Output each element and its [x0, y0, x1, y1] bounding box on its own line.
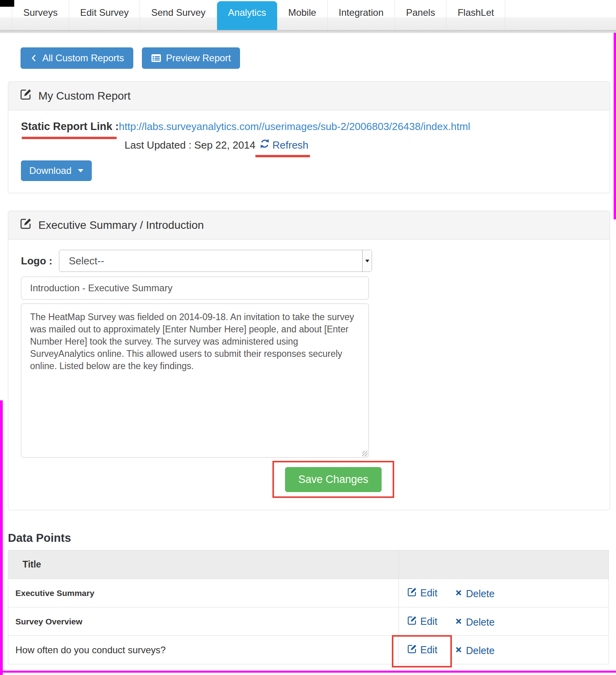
tab-flashlet[interactable]: FlashLet — [446, 0, 505, 30]
edit-label: Edit — [420, 587, 437, 599]
edit-pencil-icon — [19, 88, 32, 104]
chevron-left-icon — [30, 53, 38, 63]
edit-label: Edit — [420, 616, 437, 627]
row-title: Executive Summary — [15, 588, 94, 598]
all-custom-reports-label: All Custom Reports — [42, 53, 124, 64]
magenta-border-left — [0, 400, 3, 675]
executive-summary-panel: Executive Summary / Introduction Logo : … — [8, 211, 610, 510]
executive-summary-header: Executive Summary / Introduction — [8, 211, 610, 239]
table-header-row: Title — [8, 551, 609, 579]
delete-label: Delete — [466, 588, 495, 600]
preview-report-label: Preview Report — [166, 53, 231, 64]
my-custom-report-body: Static Report Link :http://labs.surveyan… — [8, 110, 610, 193]
table-row: How often do you conduct surveys? Edit D… — [8, 636, 609, 664]
delete-link[interactable]: Delete — [454, 588, 495, 600]
data-points-heading: Data Points — [8, 532, 610, 545]
refresh-label: Refresh — [272, 139, 308, 151]
data-points-table: Title Executive Summary Edit Delete — [8, 550, 609, 664]
tab-surveys[interactable]: Surveys — [12, 0, 69, 30]
tab-integration[interactable]: Integration — [328, 0, 395, 30]
caret-down-icon — [78, 169, 83, 172]
title-column-header: Title — [8, 551, 399, 579]
edit-pencil-icon — [407, 615, 417, 628]
page-root: Surveys Edit Survey Send Survey Analytic… — [0, 0, 616, 675]
delete-label: Delete — [466, 617, 495, 628]
magenta-border-right — [614, 33, 616, 219]
nav-tabs: Surveys Edit Survey Send Survey Analytic… — [12, 0, 616, 30]
edit-label: Edit — [420, 644, 437, 656]
row-title: How often do you conduct surveys? — [15, 645, 166, 655]
intro-title-input[interactable] — [21, 277, 369, 300]
edit-link[interactable]: Edit — [407, 615, 437, 628]
table-row: Executive Summary Edit Delete — [8, 579, 609, 607]
delete-x-icon — [454, 617, 463, 628]
my-custom-report-panel: My Custom Report Static Report Link :htt… — [8, 81, 610, 193]
screenshot-corner-artifact — [0, 0, 14, 7]
delete-link[interactable]: Delete — [454, 617, 495, 628]
table-row: Survey Overview Edit Delete — [8, 607, 609, 636]
top-navbar: Surveys Edit Survey Send Survey Analytic… — [0, 0, 616, 30]
last-updated-line: Last Updated : Sep 22, 2014 Refresh — [125, 138, 597, 152]
logo-label: Logo : — [21, 255, 59, 267]
download-button[interactable]: Download — [21, 160, 92, 181]
logo-select[interactable]: Select-- — [59, 250, 372, 272]
download-label: Download — [29, 165, 72, 176]
refresh-link[interactable]: Refresh — [259, 138, 308, 152]
delete-link[interactable]: Delete — [454, 645, 495, 656]
delete-x-icon — [454, 588, 463, 600]
preview-report-button[interactable]: Preview Report — [142, 47, 240, 69]
tab-panels[interactable]: Panels — [395, 0, 446, 30]
all-custom-reports-button[interactable]: All Custom Reports — [21, 47, 133, 69]
select-dropdown-arrow-icon[interactable] — [362, 250, 372, 272]
navbar-shadow — [0, 30, 616, 33]
toolbar: All Custom Reports Preview Report — [21, 47, 610, 69]
executive-summary-body: Logo : Select-- The HeatMap Survey was f… — [8, 239, 610, 510]
actions-column-header — [399, 551, 609, 579]
my-custom-report-title: My Custom Report — [38, 90, 130, 102]
last-updated-text: Last Updated : Sep 22, 2014 — [125, 139, 255, 151]
delete-x-icon — [454, 645, 463, 656]
save-changes-button[interactable]: Save Changes — [285, 467, 381, 492]
list-alt-icon — [151, 53, 161, 63]
static-report-link-label: Static Report Link : — [21, 121, 119, 133]
tab-edit-survey[interactable]: Edit Survey — [69, 0, 140, 30]
tab-send-survey[interactable]: Send Survey — [140, 0, 217, 30]
row-title: Survey Overview — [15, 617, 82, 626]
static-report-link-url[interactable]: http://labs.surveyanalytics.com//userima… — [119, 121, 471, 132]
edit-link[interactable]: Edit — [407, 644, 437, 656]
edit-pencil-icon — [407, 644, 417, 656]
tab-mobile[interactable]: Mobile — [277, 0, 328, 30]
edit-pencil-icon — [407, 587, 417, 600]
save-changes-annotation-box: Save Changes — [272, 461, 394, 498]
refresh-icon — [259, 138, 270, 152]
tab-analytics-active[interactable]: Analytics — [217, 1, 277, 30]
logo-select-value: Select-- — [59, 255, 362, 267]
edit-pencil-icon — [19, 217, 32, 233]
delete-label: Delete — [466, 645, 495, 656]
magenta-border-bottom — [0, 671, 616, 673]
edit-link[interactable]: Edit — [407, 587, 437, 600]
intro-body-textarea[interactable]: The HeatMap Survey was fielded on 2014-0… — [21, 304, 369, 458]
my-custom-report-header: My Custom Report — [8, 82, 610, 110]
executive-summary-title: Executive Summary / Introduction — [38, 219, 204, 232]
